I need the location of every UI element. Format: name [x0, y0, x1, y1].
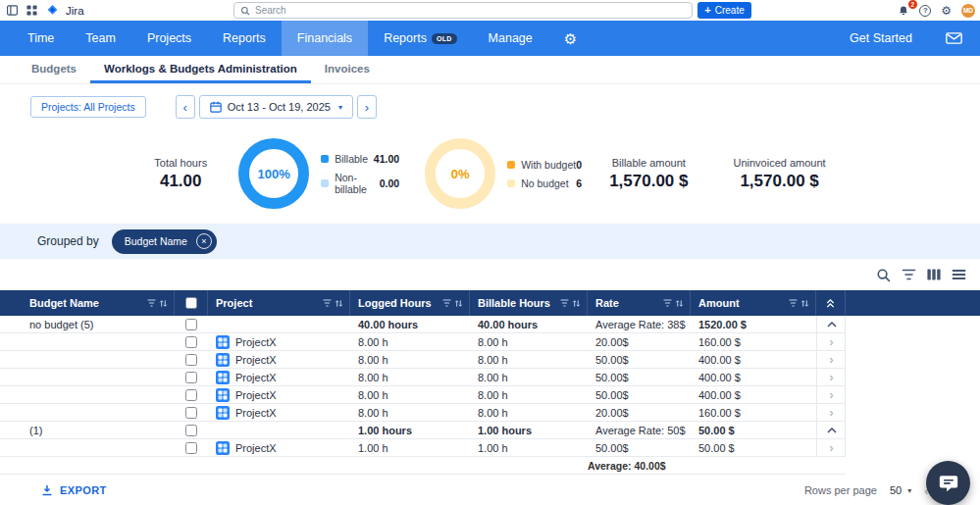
row-expand-button[interactable]: ›: [816, 404, 846, 421]
search-input[interactable]: [255, 5, 686, 16]
row-checkbox[interactable]: [185, 389, 197, 401]
help-button[interactable]: ?: [919, 5, 931, 17]
chevron-right-icon: ›: [830, 335, 834, 349]
non-billable-legend-value: 0.00: [380, 177, 399, 189]
row-checkbox[interactable]: [185, 354, 197, 366]
nav-tab-label: Team: [85, 31, 116, 45]
group-amount: 50.00 $: [691, 422, 816, 438]
row-checkbox[interactable]: [185, 319, 197, 330]
nav-tab-reports[interactable]: Reports: [207, 21, 282, 56]
collapse-group-button[interactable]: [816, 422, 846, 438]
grouped-by-label: Grouped by: [37, 234, 99, 248]
column-header-budget-name[interactable]: Budget Name: [0, 290, 175, 316]
logged-hours-cell: 8.00 h: [350, 386, 470, 403]
row-checkbox[interactable]: [185, 336, 197, 348]
nav-tab-team[interactable]: Team: [70, 21, 131, 56]
nav-tab-time[interactable]: Time: [12, 21, 70, 56]
no-budget-legend-marker: [507, 179, 515, 187]
rate-cell: 50.00$: [588, 439, 691, 456]
row-checkbox[interactable]: [185, 407, 197, 419]
header-filler: [846, 290, 980, 316]
sort-icon: [335, 299, 343, 308]
select-all-checkbox[interactable]: [185, 297, 197, 309]
table-filter-button[interactable]: [902, 269, 916, 280]
billable-hours-cell: 1.00 h: [470, 439, 588, 456]
empty-cell: [0, 404, 175, 421]
group-row[interactable]: no budget (5) 40.00 hours 40.00 hours Av…: [0, 316, 846, 333]
budget-donut-chart: 0%: [425, 138, 495, 209]
row-checkbox[interactable]: [185, 442, 197, 454]
group-logged-hours: 1.00 hours: [350, 422, 470, 438]
global-search[interactable]: [233, 2, 693, 19]
get-started-link[interactable]: Get Started: [834, 21, 928, 56]
row-expand-button[interactable]: ›: [816, 333, 846, 350]
inbox-button[interactable]: [928, 21, 980, 56]
app-switcher-icon[interactable]: [26, 5, 37, 16]
group-billable-hours: 1.00 hours: [470, 422, 588, 438]
table-row[interactable]: ProjectX 8.00 h 8.00 h 50.00$ 400.00 $ ›: [0, 369, 846, 386]
column-header-billable-hours[interactable]: Billable Hours: [470, 290, 588, 316]
user-avatar[interactable]: MD: [961, 4, 975, 18]
table-row[interactable]: ProjectX 8.00 h 8.00 h 50.00$ 400.00 $ ›: [0, 386, 846, 404]
tab-invoices[interactable]: Invoices: [311, 56, 384, 83]
search-icon: [876, 268, 891, 282]
nav-tab-manage[interactable]: Manage: [473, 21, 548, 56]
nav-tab-projects[interactable]: Projects: [131, 21, 207, 56]
nav-right: Get Started: [834, 21, 980, 56]
amount-cell: 160.00 $: [691, 333, 816, 350]
billable-amount-block: Billable amount 1,570.00 $: [609, 157, 688, 191]
tab-budgets[interactable]: Budgets: [18, 56, 90, 83]
table-view-menu-button[interactable]: [952, 269, 966, 280]
table-row[interactable]: ProjectX 8.00 h 8.00 h 20.00$ 160.00 $ ›: [0, 333, 846, 351]
table-row[interactable]: ProjectX 1.00 h 1.00 h 50.00$ 50.00 $ ›: [0, 439, 846, 457]
grouped-by-chip[interactable]: Budget Name ×: [112, 229, 217, 254]
row-expand-button[interactable]: ›: [816, 386, 846, 403]
notification-badge: 2: [908, 0, 918, 9]
date-range-picker[interactable]: Oct 13 - Oct 19, 2025 ▾: [199, 95, 353, 119]
date-range-value: Oct 13 - Oct 19, 2025: [228, 101, 331, 113]
collapse-group-button[interactable]: [816, 316, 846, 332]
rows-per-page-select[interactable]: 50 ▾: [890, 484, 911, 496]
column-header-amount[interactable]: Amount: [691, 290, 816, 316]
nav-tab-label: Time: [27, 31, 54, 45]
empty-cell: [0, 333, 175, 350]
nav-settings-button[interactable]: ⚙: [548, 21, 593, 56]
jira-logo-icon[interactable]: [46, 4, 59, 17]
settings-button[interactable]: ⚙: [941, 5, 952, 17]
rate-cell: 20.00$: [588, 333, 691, 350]
tab-worklogs-budgets-administration[interactable]: Worklogs & Budgets Administration: [90, 56, 311, 83]
row-expand-button[interactable]: ›: [816, 439, 846, 456]
table-row[interactable]: ProjectX 8.00 h 8.00 h 50.00$ 400.00 $ ›: [0, 351, 846, 369]
gear-icon: ⚙: [941, 4, 952, 18]
next-week-button[interactable]: ›: [357, 95, 377, 119]
row-checkbox[interactable]: [185, 372, 197, 383]
table-row[interactable]: ProjectX 8.00 h 8.00 h 20.00$ 160.00 $ ›: [0, 404, 846, 422]
column-header-logged-hours[interactable]: Logged Hours: [350, 290, 470, 316]
billable-amount-value: 1,570.00 $: [609, 172, 688, 191]
previous-week-button[interactable]: ‹: [176, 95, 195, 119]
row-expand-button[interactable]: ›: [816, 369, 846, 385]
remove-grouping-button[interactable]: ×: [196, 233, 212, 249]
nav-tab-financials[interactable]: Financials: [282, 21, 368, 56]
row-checkbox[interactable]: [185, 425, 197, 436]
projects-filter-button[interactable]: Projects: All Projects: [30, 96, 146, 118]
sidebar-toggle-icon[interactable]: [7, 5, 18, 16]
table-columns-button[interactable]: [927, 269, 941, 280]
notifications-button[interactable]: 2: [898, 5, 909, 17]
row-expand-button[interactable]: ›: [816, 351, 846, 368]
column-header-project[interactable]: Project: [208, 290, 350, 316]
nav-tab-reports-old[interactable]: Reports OLD: [368, 21, 472, 56]
chat-widget-button[interactable]: [926, 461, 970, 505]
sort-icon: [800, 299, 809, 308]
logged-hours-cell: 1.00 h: [350, 439, 470, 456]
group-row[interactable]: (1) 1.00 hours 1.00 hours Average Rate: …: [0, 422, 846, 439]
jira-app-name: Jira: [66, 5, 84, 17]
collapse-all-button[interactable]: [816, 290, 846, 316]
export-button[interactable]: EXPORT: [41, 484, 107, 496]
table-search-button[interactable]: [876, 268, 891, 282]
table-toolbar: [0, 259, 980, 290]
create-button[interactable]: + Create: [697, 2, 751, 19]
logged-hours-cell: 8.00 h: [350, 369, 470, 385]
column-header-rate[interactable]: Rate: [588, 290, 691, 316]
empty-cell: [0, 386, 175, 403]
